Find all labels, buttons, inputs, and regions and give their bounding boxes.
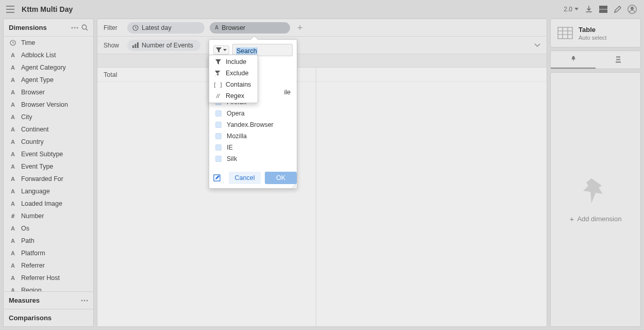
dimension-type-icon: A [9, 250, 17, 256]
show-bar: Show Number of Events [97, 37, 547, 54]
svg-rect-0 [599, 6, 607, 9]
checkbox[interactable] [215, 110, 222, 117]
add-dimension-button[interactable]: + Add dimension [570, 214, 622, 223]
filter-value-item[interactable]: Opera [209, 108, 297, 119]
mode-menu-item[interactable]: [ ]Contains [209, 79, 258, 90]
dimension-label: Country [21, 138, 44, 145]
dimension-type-icon: A [9, 139, 17, 145]
filter-value-label: ile [284, 89, 291, 96]
dimension-item[interactable]: APlatform [4, 247, 93, 259]
dimension-label: Browser [21, 89, 45, 96]
dimension-item[interactable]: AEvent Type [4, 160, 93, 173]
dimension-item[interactable]: ABrowser Version [4, 98, 93, 111]
svg-rect-17 [616, 56, 620, 58]
dimension-item[interactable]: AAgent Type [4, 74, 93, 86]
dimension-item[interactable]: Time [4, 37, 93, 49]
dimension-type-icon: A [9, 188, 17, 194]
dimension-item[interactable]: APath [4, 235, 93, 247]
cancel-label: Cancel [235, 174, 255, 182]
mode-menu-item[interactable]: Exclude [209, 68, 258, 79]
expand-measures-button[interactable] [534, 43, 540, 47]
filter-mode-menu: IncludeExclude[ ]Contains//Regex [209, 55, 258, 103]
dimension-item[interactable]: ALanguage [4, 185, 93, 197]
more-icon[interactable] [81, 300, 88, 302]
filter-value-item[interactable]: Silk [209, 153, 297, 164]
dimension-label: Browser Version [21, 101, 68, 108]
filter-value-label: Yandex.Browser [227, 121, 274, 128]
dimension-item[interactable]: AAdblock List [4, 49, 93, 61]
user-icon[interactable] [624, 3, 640, 16]
checkbox[interactable] [215, 133, 222, 139]
filter-value-item[interactable]: Mozilla [209, 130, 297, 142]
add-dimension-label: Add dimension [577, 215, 621, 223]
dimension-item[interactable]: AReferrer [4, 259, 93, 272]
resize-handle-icon[interactable] [291, 183, 296, 188]
svg-point-7 [82, 25, 86, 29]
dimension-type-icon: A [9, 89, 17, 95]
tab-other[interactable] [596, 51, 640, 69]
comparisons-header[interactable]: Comparisons [4, 309, 93, 326]
svg-rect-19 [616, 61, 621, 63]
filter-pill-latest-day[interactable]: Latest day [127, 22, 205, 34]
dimension-item[interactable]: AOs [4, 222, 93, 235]
dimension-item[interactable]: AAgent Category [4, 61, 93, 74]
bars-icon [132, 42, 139, 48]
tab-pinned[interactable] [551, 51, 596, 69]
svg-point-11 [87, 300, 88, 301]
dimension-type-icon [9, 40, 17, 46]
search-icon[interactable] [78, 24, 88, 31]
dimension-label: Referrer [21, 262, 45, 269]
edit-filter-button[interactable] [213, 172, 221, 184]
version-selector[interactable]: 2.0 [561, 6, 582, 13]
pin-large-icon [580, 176, 611, 205]
edit-icon[interactable] [611, 4, 624, 15]
dimension-item[interactable]: AForwarded For [4, 173, 93, 185]
show-label: Show [104, 42, 122, 49]
mode-menu-item[interactable]: //Regex [209, 90, 258, 102]
svg-point-3 [631, 7, 633, 9]
filter-value-item[interactable]: IE [209, 142, 297, 153]
grid-body: Total [97, 68, 547, 326]
pill-label: Latest day [142, 24, 172, 31]
clock-icon [132, 25, 139, 31]
mode-label: Include [226, 58, 246, 65]
svg-rect-1 [599, 10, 607, 13]
dimension-item[interactable]: ALoaded Image [4, 197, 93, 210]
dimension-type-icon: A [9, 114, 17, 120]
more-icon[interactable] [68, 27, 78, 29]
funnel-icon [216, 47, 222, 53]
pill-label: Number of Events [142, 42, 193, 49]
dimension-item[interactable]: ACountry [4, 136, 93, 148]
dimension-label: Agent Type [21, 76, 54, 84]
filter-pill-browser[interactable]: A Browser [210, 22, 290, 34]
dimension-item[interactable]: ARegion [4, 284, 93, 291]
filter-value-item[interactable]: Yandex.Browser [209, 119, 297, 130]
download-icon[interactable] [582, 3, 596, 15]
total-row: Total [97, 68, 547, 82]
dimension-item[interactable]: ABrowser [4, 86, 93, 98]
dimension-item[interactable]: ACity [4, 111, 93, 123]
filter-bar: Filter Latest day A Browser + [97, 19, 547, 37]
checkbox[interactable] [215, 122, 222, 128]
dimension-label: Number [21, 212, 44, 220]
comparisons-title: Comparisons [9, 314, 52, 322]
add-filter-button[interactable]: + [295, 23, 305, 32]
measures-header[interactable]: Measures [4, 291, 93, 309]
dimension-item[interactable]: #Number [4, 210, 93, 222]
mode-menu-item[interactable]: Include [209, 56, 258, 68]
filter-mode-button[interactable] [213, 45, 229, 55]
checkbox[interactable] [215, 156, 222, 162]
visualization-selector[interactable]: Table Auto select [550, 19, 641, 47]
checkbox[interactable] [215, 144, 222, 151]
dimension-label: Adblock List [21, 52, 56, 59]
right-tabs [550, 51, 641, 69]
dimension-label: Event Type [21, 163, 53, 170]
cancel-button[interactable]: Cancel [229, 172, 261, 184]
dimension-item[interactable]: AContinent [4, 123, 93, 136]
menu-icon[interactable] [4, 6, 16, 13]
panels-icon[interactable] [596, 4, 611, 15]
dimension-item[interactable]: AEvent Subtype [4, 148, 93, 160]
svg-point-5 [74, 27, 76, 28]
dimension-item[interactable]: AReferrer Host [4, 272, 93, 284]
show-pill-number-of-events[interactable]: Number of Events [127, 40, 200, 51]
